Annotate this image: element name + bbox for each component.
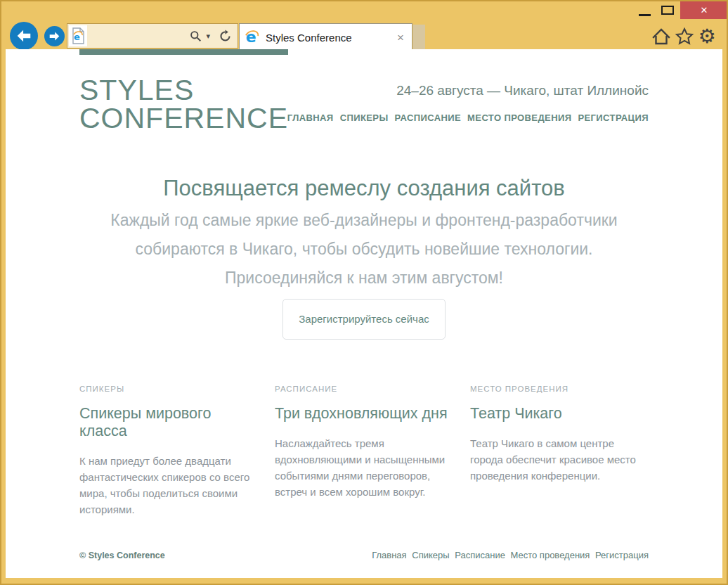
teaser-text: Театр Чикаго в самом центре города обесп… [470,435,649,484]
minimize-icon [639,14,651,16]
teaser-speakers: СПИКЕРЫ Спикеры мирового класса К нам пр… [79,385,258,518]
teaser-label: РАСПИСАНИЕ [275,385,453,393]
back-arrow-icon [15,27,33,45]
forward-arrow-icon [48,30,61,43]
hero-title: Посвящается ремеслу создания сайтов [79,176,649,201]
home-button[interactable] [651,26,672,47]
refresh-icon[interactable] [219,30,232,43]
back-button[interactable] [10,22,38,50]
settings-button[interactable]: ⚙ [696,26,717,47]
teaser-title-link[interactable]: Театр Чикаго [470,405,649,423]
chevron-down-icon[interactable]: ▾ [206,32,210,40]
nav-link-register[interactable]: РЕГИСТРАЦИЯ [578,112,649,123]
tab-close-icon[interactable]: × [392,32,409,44]
maximize-icon [661,6,674,15]
browser-window: ✕ e ▾ [0,0,728,585]
logo-line-2: CONFERENCE [79,102,288,134]
teaser-title-link[interactable]: Спикеры мирового класса [79,405,258,440]
search-icon[interactable] [190,30,202,42]
favorites-button[interactable] [674,26,695,47]
copyright: © Styles Conference [79,551,165,560]
site-logo[interactable]: STYLESCONFERENCE [79,49,288,132]
new-tab-button[interactable] [413,25,425,49]
footer-link-speakers[interactable]: Спикеры [412,550,449,560]
footer-link-register[interactable]: Регистрация [595,550,649,560]
hero-lead-line-1: Каждый год самые яркие веб-дизайнеры и ф… [79,206,649,235]
register-now-button[interactable]: Зарегистрируйтесь сейчас [282,299,446,340]
nav-link-speakers[interactable]: СПИКЕРЫ [340,112,389,123]
close-icon: ✕ [701,5,708,15]
header-nav: ГЛАВНАЯ СПИКЕРЫ РАСПИСАНИЕ МЕСТО ПРОВЕДЕ… [287,112,649,123]
star-icon [675,27,694,46]
teaser-venue: МЕСТО ПРОВЕДЕНИЯ Театр Чикаго Театр Чика… [470,385,649,518]
site-header: STYLESCONFERENCE 24–26 августа — Чикаго,… [79,49,649,132]
page-favicon: e [69,25,87,46]
teaser-title-link[interactable]: Три вдохновляющих дня [275,405,453,423]
address-bar[interactable]: e ▾ [67,23,238,49]
ie-logo-icon: e [245,30,260,45]
nav-link-home[interactable]: ГЛАВНАЯ [287,112,334,123]
site-footer: © Styles Conference Главная Спикеры Расп… [79,550,649,560]
tab-title: Styles Conference [266,32,392,44]
footer-link-home[interactable]: Главная [372,550,406,560]
hero-lead-line-2: собираются в Чикаго, чтобы обсудить нове… [79,235,649,264]
page-content: STYLESCONFERENCE 24–26 августа — Чикаго,… [6,49,722,578]
gear-icon: ⚙ [698,27,715,46]
teaser-text: Наслаждайтесь тремя вдохновляющими и нас… [275,435,453,500]
nav-link-venue[interactable]: МЕСТО ПРОВЕДЕНИЯ [467,112,571,123]
teaser-text: К нам приедут более двадцати фантастичес… [79,453,258,518]
teasers-section: СПИКЕРЫ Спикеры мирового класса К нам пр… [79,385,649,518]
home-icon [651,27,671,46]
footer-link-venue[interactable]: Место проведения [511,550,590,560]
forward-button[interactable] [44,26,65,46]
hero-section: Посвящается ремеслу создания сайтов Кажд… [79,176,649,340]
maximize-button[interactable] [661,5,675,16]
event-tagline: 24–26 августа — Чикаго, штат Иллинойс [287,83,649,98]
hero-lead-line-3: Присоединяйся к нам этим августом! [79,264,649,292]
tab-styles-conference[interactable]: e Styles Conference × [239,23,412,51]
teaser-label: МЕСТО ПРОВЕДЕНИЯ [470,385,649,393]
teaser-label: СПИКЕРЫ [79,385,258,393]
footer-nav: Главная Спикеры Расписание Место проведе… [372,550,649,560]
close-window-button[interactable]: ✕ [680,1,728,19]
minimize-button[interactable] [638,10,652,20]
ie-page-icon: e [71,27,85,44]
teaser-schedule: РАСПИСАНИЕ Три вдохновляющих дня Наслажд… [275,385,453,518]
nav-link-schedule[interactable]: РАСПИСАНИЕ [395,112,462,123]
footer-link-schedule[interactable]: Расписание [455,550,505,560]
